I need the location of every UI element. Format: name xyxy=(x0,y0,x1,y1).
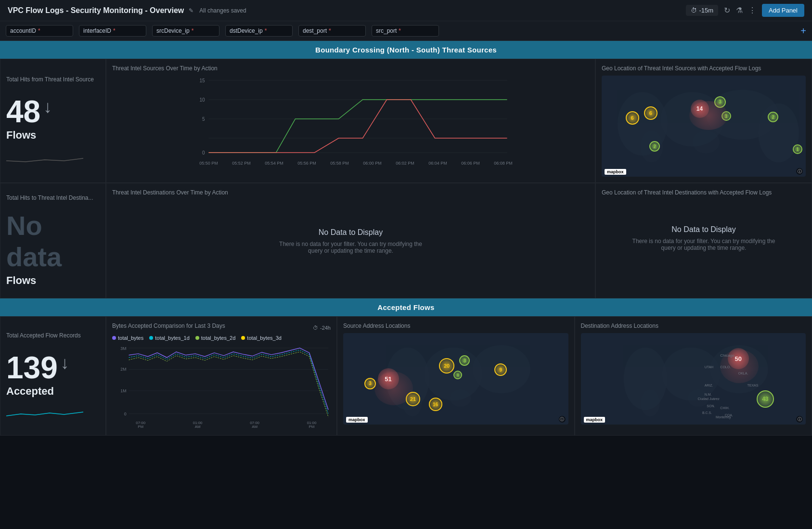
geo-dest-no-data: No Data to Display There is no data for … xyxy=(602,200,806,277)
legend-total-bytes-3d: total_bytes_3d xyxy=(241,335,282,341)
geo-dot-5: 1 xyxy=(722,111,731,121)
accepted-row: Total Accepted Flow Records 139 ↓ Accept… xyxy=(0,316,812,436)
filter-accountid-label: accountID xyxy=(10,27,36,34)
accepted-section-header: Accepted Flows xyxy=(0,298,812,316)
filter-srcport[interactable]: src_port * xyxy=(372,25,439,37)
src-dot-6: 9 xyxy=(494,363,507,376)
source-chart-panel: Threat Intel Sources Over Time by Action… xyxy=(106,59,595,183)
dest-map-svg xyxy=(581,333,806,425)
geo-dot-6: 2 xyxy=(768,112,778,122)
filter-accountid[interactable]: accountID * xyxy=(6,25,73,37)
svg-text:05:52 PM: 05:52 PM xyxy=(232,161,251,166)
bytes-time-label: -24h xyxy=(320,325,331,331)
boundary-bottom-row: Total Hits to Threat Intel Destina... No… xyxy=(0,183,812,298)
hits-dest-value: No data xyxy=(6,210,100,272)
svg-text:PM: PM xyxy=(309,425,315,429)
hits-source-arrow: ↓ xyxy=(43,97,52,117)
svg-text:PM: PM xyxy=(138,425,143,429)
geo-dot-8: 1 xyxy=(793,144,802,154)
geo-source-title: Geo Location of Threat Intel Sources wit… xyxy=(602,65,806,72)
svg-text:3M: 3M xyxy=(120,346,126,351)
bytes-time-badge: ⏱ -24h xyxy=(313,325,331,331)
clock-icon-2: ⏱ xyxy=(313,325,318,331)
svg-text:0: 0 xyxy=(124,412,127,416)
svg-text:06:08 PM: 06:08 PM xyxy=(494,161,513,166)
map-label-bcg: B.C.S. xyxy=(702,411,712,414)
accepted-sparkline xyxy=(6,405,83,420)
geo-source-panel: Geo Location of Threat Intel Sources wit… xyxy=(595,59,812,183)
dest-addr-title: Destination Address Locations xyxy=(581,323,806,329)
svg-text:05:54 PM: 05:54 PM xyxy=(265,161,284,166)
add-panel-button[interactable]: Add Panel xyxy=(762,4,804,17)
hits-source-title: Total Hits from Threat Intel Source xyxy=(6,76,94,83)
mapbox-logo: mapbox xyxy=(605,169,626,175)
legend-total-bytes: total_bytes xyxy=(112,335,143,341)
svg-text:06:02 PM: 06:02 PM xyxy=(396,161,414,166)
legend-dot-1 xyxy=(112,336,116,340)
boundary-top-row: Total Hits from Threat Intel Source 48 ↓… xyxy=(0,59,812,183)
page-title: VPC Flow Logs - Security Monitoring - Ov… xyxy=(8,6,184,15)
bytes-chart-svg: 3M 2M 1M 0 07:00 PM 01:00 AM 07:00 AM 01… xyxy=(112,343,331,429)
geo-dot-7: 2 xyxy=(649,141,660,152)
dst-dot-1: 50 xyxy=(728,348,749,369)
svg-text:0: 0 xyxy=(202,150,205,155)
hits-source-label: Flows xyxy=(6,129,36,142)
svg-point-49 xyxy=(640,389,659,416)
legend-total-bytes-2d: total_bytes_2d xyxy=(195,335,236,341)
edit-icon[interactable]: ✎ xyxy=(189,7,193,14)
dest-addr-map: 50 43 Chicago UTAH COLO. ARIZ. OKLA. TEX… xyxy=(581,333,806,425)
bytes-legend: total_bytes total_bytes_1d total_bytes_2… xyxy=(112,335,331,341)
source-addr-title: Source Address Locations xyxy=(343,323,568,329)
svg-point-22 xyxy=(758,103,799,162)
filter-accountid-required: * xyxy=(38,27,40,34)
refresh-icon[interactable]: ↻ xyxy=(724,6,730,15)
legend-dot-2 xyxy=(149,336,153,340)
filter-srcdevice[interactable]: srcDevice_ip * xyxy=(152,25,219,37)
svg-text:06:00 PM: 06:00 PM xyxy=(363,161,382,166)
svg-text:06:06 PM: 06:06 PM xyxy=(461,161,480,166)
svg-text:2M: 2M xyxy=(120,367,126,372)
add-filter-button[interactable]: + xyxy=(800,26,806,37)
geo-source-map: 6 6 14 3 1 2 2 1 mapbox ⓘ xyxy=(602,76,806,177)
legend-dot-3 xyxy=(195,336,199,340)
dest-no-data-desc: There is no data for your filter. You ca… xyxy=(279,241,423,254)
filter-dstdevice[interactable]: dstDevice_ip * xyxy=(225,25,293,37)
filter-srcport-required: * xyxy=(399,27,401,34)
source-addr-map: 3 51 20 3 1 9 21 16 mapbox ⓘ xyxy=(343,333,568,425)
filter-srcdevice-required: * xyxy=(192,27,194,34)
hits-source-sparkline xyxy=(6,151,83,166)
svg-text:AM: AM xyxy=(195,425,201,429)
filter-icon[interactable]: ⚗ xyxy=(736,6,743,15)
accepted-records-arrow: ↓ xyxy=(61,353,69,373)
filter-destport[interactable]: dest_port * xyxy=(298,25,366,37)
svg-text:AM: AM xyxy=(252,425,258,429)
more-options-icon[interactable]: ⋮ xyxy=(748,6,756,15)
geo-dest-no-data-desc: There is no data for your filter. You ca… xyxy=(632,238,776,251)
map-label-ariz: ARIZ. xyxy=(705,384,713,387)
dst-dot-2: 43 xyxy=(757,390,774,408)
hits-source-value: 48 xyxy=(6,96,40,127)
src-dot-3: 20 xyxy=(439,358,454,374)
geo-dot-4: 3 xyxy=(714,96,726,108)
time-range-picker[interactable]: ⏱ -15m xyxy=(686,5,718,16)
svg-point-24 xyxy=(692,130,720,153)
legend-label-2: total_bytes_1d xyxy=(155,335,190,341)
src-dot-7: 21 xyxy=(406,392,420,406)
map-label-juarez: Ciudad Juárez xyxy=(698,397,720,400)
legend-dot-4 xyxy=(241,336,245,340)
header: VPC Flow Logs - Security Monitoring - Ov… xyxy=(0,0,812,21)
accepted-records-title: Total Accepted Flow Records xyxy=(6,332,81,339)
svg-text:05:50 PM: 05:50 PM xyxy=(199,161,218,166)
svg-text:05:56 PM: 05:56 PM xyxy=(297,161,316,166)
filter-interfaceid[interactable]: interfaceID * xyxy=(79,25,146,37)
dest-mapbox-logo: mapbox xyxy=(584,417,606,423)
header-actions: ⏱ -15m ↻ ⚗ ⋮ Add Panel xyxy=(686,4,804,17)
accepted-records-value: 139 xyxy=(6,352,58,383)
geo-dest-title: Geo Location of Threat Intel Destination… xyxy=(602,189,806,196)
bytes-chart-title: Bytes Accepted Comparison for Last 3 Day… xyxy=(112,323,225,329)
source-addr-panel: Source Address Locations 3 51 20 3 1 9 2… xyxy=(337,316,575,436)
filter-srcport-label: src_port xyxy=(376,27,397,34)
map-label-utah: UTAH xyxy=(705,365,714,369)
source-chart-svg: 15 10 5 0 05:50 PM 05:52 PM 05:54 PM 05:… xyxy=(112,76,589,167)
dest-mapbox-info: ⓘ xyxy=(796,416,803,423)
